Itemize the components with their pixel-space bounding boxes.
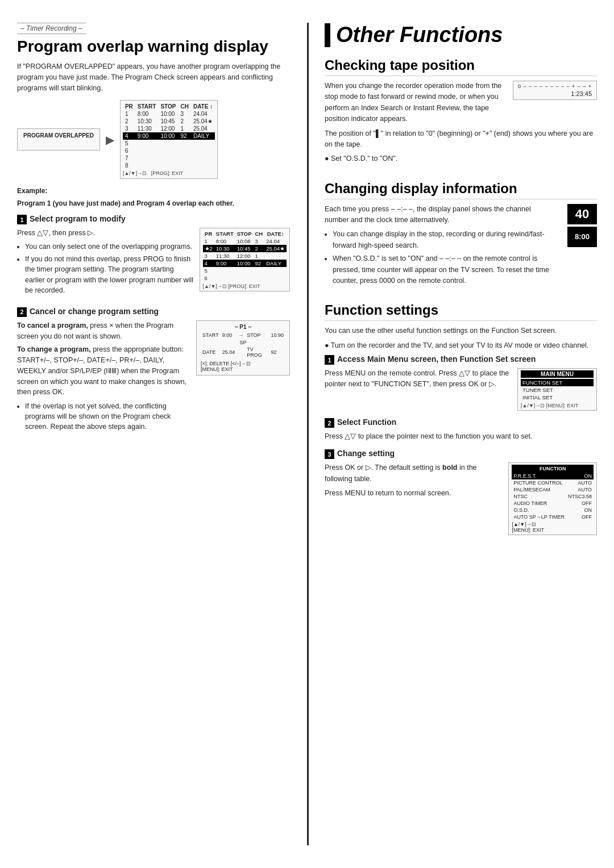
section2-block: 2 Cancel or change program setting To ca… (17, 307, 290, 435)
display-text1: Each time you press – –:– –, the display… (325, 204, 555, 226)
func-menu-nav: [▲/▼]→⊡ [MENU]: EXIT (521, 403, 594, 408)
col-pr: PR (123, 103, 135, 110)
section1-num: 1 (17, 215, 27, 224)
tape-heading: Checking tape position (325, 57, 597, 76)
section2-screen: – P1 – START 9:00 → STOP 10:90 SP (196, 320, 290, 435)
overlap-placeholder (23, 141, 94, 147)
section1-block: 1 Select program to modify Press △▽, the… (17, 214, 290, 297)
section1-bullet-2: If you do not mind this overlap, press P… (25, 254, 194, 295)
example-block: Example: Program 1 (you have just made) … (17, 187, 290, 207)
func-sub1-heading: 1 Access Main Menu screen, then Function… (325, 354, 597, 365)
func-menu-item-3: INITIAL SET (521, 394, 594, 401)
display-section: Changing display information Each time y… (325, 181, 597, 290)
right-column: Other Functions Checking tape position 0… (307, 23, 597, 845)
func-sub2-heading: 2 Select Function (325, 418, 597, 428)
cancel-nav2: [MENU]: EXIT (201, 366, 285, 372)
func-sub3-text: Press OK or ▷. The default setting is bo… (325, 462, 501, 535)
tape-demo: 0 – – – – – – – – – + – – + 1:23:45 (513, 81, 597, 100)
func-menu-title: MAIN MENU (521, 370, 594, 378)
section1-content: Press △▽, then press ▷. You can only sel… (17, 228, 290, 297)
function-bullet: ● Turn on the recorder and the TV, and s… (325, 340, 597, 351)
section1-press: Press △▽, then press ▷. (17, 228, 194, 239)
example-label: Example: (17, 187, 290, 195)
overlap-label: PROGRAM OVERLAPPED (23, 132, 94, 139)
func-sub3: 3 Change setting Press OK or ▷. The defa… (325, 449, 597, 535)
overlap-screen: PROGRAM OVERLAPPED (17, 128, 100, 151)
display-bullet-1: You can change display in the stop, reco… (333, 229, 555, 251)
cancel-start-label: START (201, 332, 221, 339)
function-text1: You can use the other useful function se… (325, 326, 597, 336)
func-sub3-text3: Press MENU to return to normal screen. (325, 488, 501, 499)
title-bar (325, 23, 330, 47)
display-bullets: You can change display in the stop, reco… (325, 229, 555, 286)
func-sub3-heading: 3 Change setting (325, 449, 597, 459)
intro-text: If "PROGRAM OVERLAPPED" appears, you hav… (17, 61, 290, 93)
section2-heading: 2 Cancel or change program setting (17, 307, 290, 317)
func-sub1: 1 Access Main Menu screen, then Function… (325, 354, 597, 411)
func-sub1-screen: MAIN MENU FUNCTION SET TUNER SET INITIAL… (517, 368, 597, 411)
func-sub3-num: 3 (325, 449, 334, 459)
cancel-tv-val: 92 (269, 346, 285, 358)
func-table-box: FUNCTION P.R.E.S.T.ONPICTURE CONTROLAUTO… (508, 462, 597, 535)
left-column: – Timer Recording – Program overlap warn… (17, 23, 290, 845)
col-stop: STOP (158, 103, 178, 110)
cancel-tv-label: TV PROG (245, 346, 269, 358)
func-table-nav1: [▲/▼]→⊡ (512, 521, 594, 527)
display-heading: Changing display information (325, 181, 597, 199)
cancel-start-val: 9:00 (221, 332, 237, 339)
section1-heading: 1 Select program to modify (17, 214, 290, 224)
func-menu-box: MAIN MENU FUNCTION SET TUNER SET INITIAL… (517, 368, 597, 411)
display-content: Each time you press – –:– –, the display… (325, 204, 597, 290)
func-sub3-text1: Press OK or ▷. The default setting is bo… (325, 462, 501, 485)
func-sub1-num: 1 (325, 355, 334, 365)
arrow-icon: ▶ (106, 133, 114, 147)
tape-box: 0 – – – – – – – – – + – – + 1:23:45 (513, 81, 597, 100)
screen-demo: PROGRAM OVERLAPPED ▶ PR START STOP CH DA… (17, 100, 290, 179)
func-sub3-screen: FUNCTION P.R.E.S.T.ONPICTURE CONTROLAUTO… (508, 462, 597, 535)
display-demo: 40 8:00 (567, 204, 597, 290)
tape-indicator: 0 – – – – – – – – – + – – + (518, 84, 592, 89)
section1-text: Press △▽, then press ▷. You can only sel… (17, 228, 194, 297)
func-sub2-text: Press △▽ to place the pointer next to th… (325, 431, 597, 442)
tape-bullet: ● Set "O.S.D." to "ON". (325, 153, 597, 164)
display-text: Each time you press – –:– –, the display… (325, 204, 555, 290)
func-sub2-num: 2 (325, 418, 334, 428)
main-heading: Program overlap warning display (17, 37, 290, 56)
cancel-p1: – P1 – (201, 324, 285, 330)
cancel-screen: – P1 – START 9:00 → STOP 10:90 SP (196, 320, 290, 375)
col-date: DATE ↕ (191, 103, 215, 110)
right-title: Other Functions (325, 23, 597, 47)
cancel-date-label: DATE (201, 346, 221, 358)
section2-bullets: If the overlap is not yet solved, the co… (17, 401, 190, 432)
section1-bullets: You can only select one of the overlappi… (17, 241, 194, 295)
cancel-stop-val: 10:90 (269, 332, 285, 339)
demo-table-nav: [▲/▼]→⊡ [PROG]: EXIT (123, 170, 215, 176)
program-table-demo: PR START STOP CH DATE ↕ 18:0010:00324.04… (120, 100, 218, 179)
func-sub2: 2 Select Function Press △▽ to place the … (325, 418, 597, 442)
example-text: Program 1 (you have just made) and Progr… (17, 199, 290, 207)
display-bullet-2: When "O.S.D." is set to "ON" and – –:– –… (333, 253, 555, 286)
section2-num: 2 (17, 307, 27, 317)
func-menu-item-1: FUNCTION SET (521, 379, 594, 386)
section1-bullet-1: You can only select one of the overlappi… (25, 241, 194, 252)
cancel-nav1: [×]: DELETE [</–]→⊡ (201, 361, 285, 366)
tape-position-section: Checking tape position 0 – – – – – – – –… (325, 57, 597, 168)
timer-label: – Timer Recording – (17, 23, 86, 34)
func-sub1-text: Press MENU on the remote control. Press … (325, 368, 511, 411)
cancel-date-val: 25.04 (221, 346, 237, 358)
section2-bullet-1: If the overlap is not yet solved, the co… (25, 401, 190, 432)
col-ch: CH (178, 103, 190, 110)
tape-text2: The position of "▌" in relation to "0" (… (325, 128, 597, 151)
func-sub3-content: Press OK or ▷. The default setting is bo… (325, 462, 597, 535)
section1-nav: [▲/▼]→⊡ [PROG]: EXIT (203, 283, 287, 289)
col-start: START (135, 103, 159, 110)
section1-mini-table: PRSTARTSTOPCHDATE↕ 18:0010:08324.04★210:… (200, 228, 290, 291)
func-table-nav2: [MENU]: EXIT (512, 527, 594, 533)
function-heading: Function settings (325, 302, 597, 321)
func-sub1-text1: Press MENU on the remote control. Press … (325, 368, 511, 390)
section2-cancel: To cancel a program, press × when the Pr… (17, 320, 190, 342)
func-table-title: FUNCTION (512, 465, 594, 473)
section2-text: To cancel a program, press × when the Pr… (17, 320, 190, 435)
tape-time: 1:23:45 (518, 90, 592, 97)
page: – Timer Recording – Program overlap warn… (0, 0, 614, 868)
